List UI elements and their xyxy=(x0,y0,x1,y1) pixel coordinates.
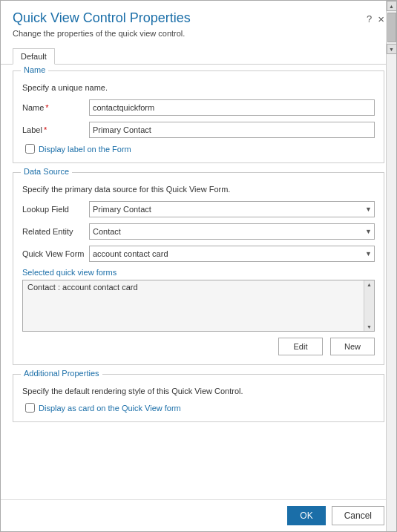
name-section: Name Specify a unique name. Name* Label* xyxy=(13,70,384,163)
label-field-row: Label* xyxy=(22,122,375,138)
datasource-section-content: Specify the primary data source for this… xyxy=(13,173,384,364)
listbox-scrollbar[interactable]: ▲ ▼ xyxy=(364,280,374,331)
dialog-container: Quick View Control Properties Change the… xyxy=(0,0,397,532)
dialog-header: Quick View Control Properties Change the… xyxy=(1,1,396,42)
display-label-checkbox[interactable] xyxy=(25,144,35,154)
edit-button[interactable]: Edit xyxy=(278,338,323,355)
display-label-row: Display label on the Form xyxy=(25,144,375,154)
name-section-content: Specify a unique name. Name* Label* Disp… xyxy=(13,71,384,162)
display-card-row: Display as card on the Quick View form xyxy=(25,403,375,413)
related-entity-select-wrapper: Contact ▼ xyxy=(89,223,375,240)
display-card-label: Display as card on the Quick View form xyxy=(39,404,181,413)
lookup-field-label: Lookup Field xyxy=(22,205,89,214)
display-card-checkbox[interactable] xyxy=(25,403,35,413)
scrollbar-up-btn[interactable]: ▲ xyxy=(387,1,397,11)
close-icon[interactable]: × xyxy=(378,13,384,25)
additional-section-desc: Specify the default rendering style of t… xyxy=(22,387,375,395)
datasource-section: Data Source Specify the primary data sou… xyxy=(13,172,384,365)
label-input[interactable] xyxy=(89,122,375,138)
selected-forms-listbox[interactable]: Contact : account contact card ▲ ▼ xyxy=(22,280,375,332)
selected-quick-view-label: Selected quick view forms xyxy=(22,268,375,277)
quick-view-form-select[interactable]: account contact card xyxy=(89,246,375,262)
additional-section-legend: Additional Properties xyxy=(21,369,102,378)
tab-default[interactable]: Default xyxy=(13,48,55,65)
name-field-row: Name* xyxy=(22,99,375,116)
label-field-label: Label* xyxy=(22,125,89,134)
quick-view-form-select-wrapper: account contact card ▼ xyxy=(89,246,375,262)
lookup-field-select-wrapper: Primary Contact ▼ xyxy=(89,201,375,217)
lookup-field-row: Lookup Field Primary Contact ▼ xyxy=(22,201,375,217)
name-section-desc: Specify a unique name. xyxy=(22,83,375,92)
additional-section-content: Specify the default rendering style of t… xyxy=(13,375,384,421)
name-field-label: Name* xyxy=(22,103,89,112)
help-icon[interactable]: ? xyxy=(367,13,372,24)
dialog-subtitle: Change the properties of the quick view … xyxy=(13,29,367,38)
quick-view-form-row: Quick View Form account contact card ▼ xyxy=(22,246,375,262)
display-label-text: Display label on the Form xyxy=(39,145,131,154)
label-required-star: * xyxy=(44,125,47,134)
additional-section: Additional Properties Specify the defaul… xyxy=(13,374,384,422)
quick-view-form-label: Quick View Form xyxy=(22,249,89,258)
datasource-section-desc: Specify the primary data source for this… xyxy=(22,185,375,194)
dialog-body: Name Specify a unique name. Name* Label* xyxy=(1,64,396,499)
scrollbar-down-btn[interactable]: ▼ xyxy=(387,44,397,54)
name-required-star: * xyxy=(45,103,48,112)
dialog-title-area: Quick View Control Properties Change the… xyxy=(13,10,367,38)
name-section-legend: Name xyxy=(21,65,48,74)
ok-button[interactable]: OK xyxy=(287,506,325,525)
dialog-controls: ? × xyxy=(367,13,384,25)
dialog-title: Quick View Control Properties xyxy=(13,10,367,27)
tab-bar: Default xyxy=(1,42,396,64)
listbox-item: Contact : account contact card xyxy=(23,280,374,294)
dialog-footer: OK Cancel xyxy=(1,499,396,531)
edit-new-buttons: Edit New xyxy=(22,338,375,355)
related-entity-label: Related Entity xyxy=(22,227,89,236)
listbox-scroll-down-icon: ▼ xyxy=(365,323,373,331)
listbox-scroll-up-icon: ▲ xyxy=(365,280,373,289)
scrollbar-thumb[interactable] xyxy=(387,13,396,42)
lookup-field-select[interactable]: Primary Contact xyxy=(89,201,375,217)
datasource-section-legend: Data Source xyxy=(21,167,72,176)
new-button[interactable]: New xyxy=(330,338,375,355)
related-entity-row: Related Entity Contact ▼ xyxy=(22,223,375,240)
outer-scrollbar[interactable]: ▲ ▼ xyxy=(386,1,396,531)
related-entity-select[interactable]: Contact xyxy=(89,223,375,240)
cancel-button[interactable]: Cancel xyxy=(332,506,384,525)
name-input[interactable] xyxy=(89,99,375,116)
